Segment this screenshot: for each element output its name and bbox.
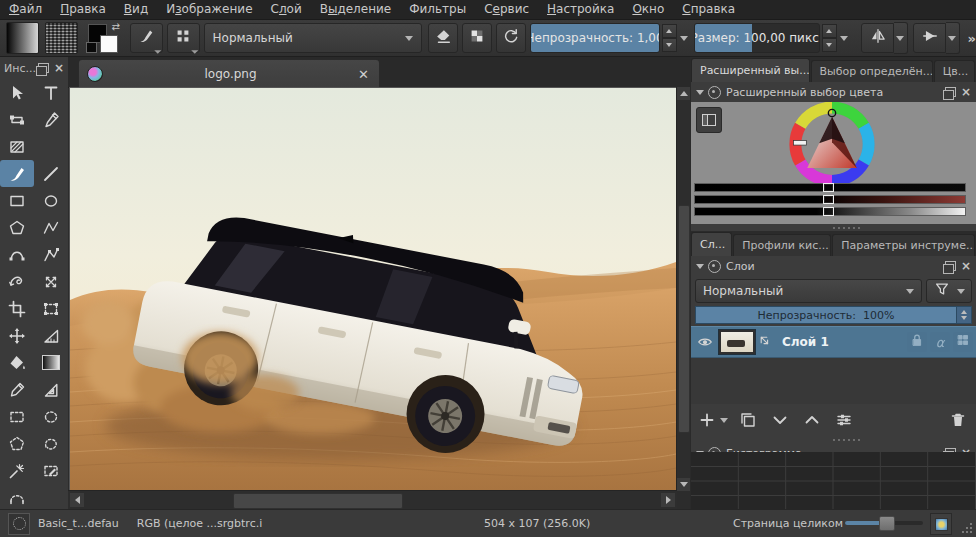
select-shapes-tool[interactable]: [0, 79, 34, 106]
resize-handle[interactable]: [691, 436, 976, 443]
vertical-scroll-thumb[interactable]: [678, 205, 690, 433]
layer-row[interactable]: Слой 1 α: [691, 326, 976, 358]
status-color-profile[interactable]: RGB (целое ...srgbtrc.i: [137, 517, 263, 530]
layers-docker-tab-2[interactable]: Параметры инструме...: [832, 234, 975, 256]
scroll-left-arrow[interactable]: [70, 493, 84, 507]
status-zoom-mode[interactable]: Страница целиком: [733, 517, 843, 530]
close-tab-icon[interactable]: ✕: [358, 67, 369, 82]
hue-ring[interactable]: [784, 102, 880, 190]
pattern-chooser-swatch[interactable]: [45, 22, 78, 54]
scroll-down-arrow[interactable]: [677, 478, 690, 491]
layer-blending-mode-select[interactable]: Нормальный: [695, 279, 922, 303]
mirror-vertical-button[interactable]: [913, 23, 946, 53]
foreground-background-colors[interactable]: ⇄: [84, 22, 122, 54]
brush-presets-button[interactable]: [167, 23, 200, 53]
swap-colors-icon[interactable]: ⇄: [112, 21, 120, 32]
color-docker-tab-1[interactable]: Выбор определён...: [811, 60, 933, 82]
color-picker-tool[interactable]: [0, 376, 34, 403]
hue-slider[interactable]: [694, 183, 966, 192]
color-docker-tab-0[interactable]: Расширенный вы...: [691, 58, 810, 82]
close-docker-icon[interactable]: ×: [961, 87, 971, 97]
dynamic-brush-tool[interactable]: [0, 268, 34, 295]
menu-Выделение[interactable]: Выделение: [311, 0, 400, 19]
transform-tool[interactable]: [34, 295, 68, 322]
mirror-options-arrow[interactable]: [894, 22, 908, 54]
menu-Настройка[interactable]: Настройка: [538, 0, 623, 19]
collapse-caret-icon[interactable]: [696, 90, 704, 95]
resize-handle[interactable]: [691, 224, 976, 231]
multibrush-tool[interactable]: [34, 268, 68, 295]
magnetic-select-tool[interactable]: [0, 484, 34, 511]
eraser-mode-button[interactable]: [428, 23, 458, 53]
scroll-up-arrow[interactable]: [677, 87, 690, 100]
horizontal-scrollbar[interactable]: [68, 490, 677, 510]
preserve-alpha-button[interactable]: [462, 23, 492, 53]
menu-Окно[interactable]: Окно: [623, 0, 673, 19]
flip-options-arrow[interactable]: [946, 22, 960, 54]
pattern-edit-tool[interactable]: [0, 133, 34, 160]
toolbar-overflow-button[interactable]: »: [968, 31, 976, 46]
rectangle-tool[interactable]: [0, 187, 34, 214]
rect-select-tool[interactable]: [0, 403, 34, 430]
menu-Фильтры[interactable]: Фильтры: [400, 0, 475, 19]
bezier-curve-tool[interactable]: [0, 241, 34, 268]
move-tool[interactable]: [0, 322, 34, 349]
similar-select-tool[interactable]: [0, 457, 34, 484]
menu-Справка[interactable]: Справка: [673, 0, 744, 19]
reset-colors-swatch[interactable]: [86, 42, 97, 53]
advanced-color-selector[interactable]: [691, 102, 976, 224]
layer-properties-button[interactable]: [832, 407, 856, 433]
float-docker-icon[interactable]: [945, 87, 956, 97]
polygon-tool[interactable]: [0, 214, 34, 241]
close-docker-icon[interactable]: ×: [54, 63, 64, 73]
brush-preset-button[interactable]: [8, 513, 30, 535]
scroll-right-arrow[interactable]: [661, 493, 675, 507]
layers-docker-tab-0[interactable]: Сл...: [691, 232, 732, 256]
line-tool[interactable]: [34, 160, 68, 187]
menu-Правка[interactable]: Правка: [51, 0, 115, 19]
layer-visibility-icon[interactable]: [694, 333, 716, 351]
menu-Сервис[interactable]: Сервис: [475, 0, 538, 19]
opacity-slider[interactable]: Непрозрачность: 1,00: [530, 23, 660, 53]
size-slider[interactable]: Размер: 100,00 пикс.: [694, 23, 820, 53]
menu-Вид[interactable]: Вид: [115, 0, 157, 19]
calligraphy-tool[interactable]: [34, 106, 68, 133]
size-options-arrow[interactable]: [838, 24, 850, 52]
layer-alpha-lock-icon[interactable]: α: [930, 332, 950, 352]
gradient-chooser-swatch[interactable]: [6, 22, 39, 54]
layers-docker-tab-1[interactable]: Профили кис...: [733, 234, 831, 256]
zoom-slider-handle[interactable]: [879, 516, 895, 531]
float-docker-icon[interactable]: [38, 63, 49, 73]
zoom-slider[interactable]: [845, 521, 923, 525]
value-slider[interactable]: [694, 207, 966, 216]
docker-menu-icon[interactable]: [708, 260, 721, 273]
freehand-brush-tool[interactable]: [0, 160, 34, 187]
docker-menu-icon[interactable]: [708, 86, 721, 99]
float-docker-icon[interactable]: [945, 261, 956, 271]
polygon-select-tool[interactable]: [0, 430, 34, 457]
horizontal-scroll-thumb[interactable]: [233, 493, 403, 509]
layer-thumbnail[interactable]: [718, 329, 756, 355]
fill-tool[interactable]: [0, 349, 34, 376]
size-spinner[interactable]: [822, 24, 837, 52]
layer-lock-icon[interactable]: [907, 332, 927, 352]
crop-tool[interactable]: [0, 295, 34, 322]
add-layer-button[interactable]: [697, 407, 728, 433]
freehand-select-tool[interactable]: [34, 430, 68, 457]
duplicate-layer-button[interactable]: [736, 407, 760, 433]
ellipse-tool[interactable]: [34, 187, 68, 214]
freehand-path-tool[interactable]: [34, 241, 68, 268]
ellipse-select-tool[interactable]: [34, 403, 68, 430]
gradient-tool[interactable]: [34, 349, 68, 376]
reload-preset-button[interactable]: [496, 23, 526, 53]
vertical-scrollbar[interactable]: [676, 87, 690, 491]
edit-shapes-tool[interactable]: [0, 106, 34, 133]
add-layer-options-arrow[interactable]: [720, 418, 728, 423]
mirror-horizontal-button[interactable]: [861, 23, 894, 53]
measure-tool[interactable]: [34, 322, 68, 349]
zoom-fit-button[interactable]: [930, 513, 952, 535]
layer-opacity-spinner[interactable]: [957, 306, 972, 324]
canvas-image[interactable]: [69, 87, 677, 491]
opacity-spinner[interactable]: [662, 24, 677, 52]
menu-Изображение[interactable]: Изображение: [157, 0, 261, 19]
